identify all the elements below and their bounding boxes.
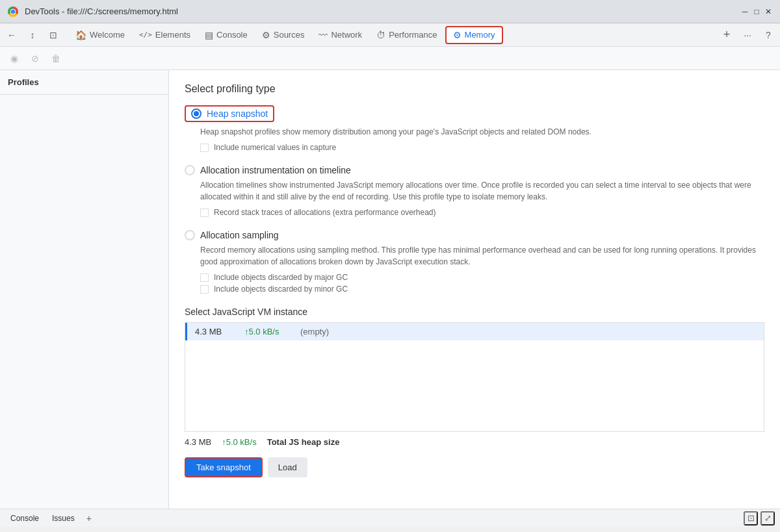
bottom-tab-issues[interactable]: Issues [47, 513, 80, 524]
tab-network[interactable]: 〰 Network [312, 26, 369, 44]
tab-elements[interactable]: </> Elements [133, 26, 197, 44]
footer-rate: ↑5.0 kB/s [222, 437, 256, 447]
title-bar-controls: ─ □ ✕ [741, 8, 772, 16]
add-tab-button[interactable]: + [718, 26, 736, 44]
tab-welcome-label: Welcome [90, 30, 125, 40]
panel-toggle-button[interactable]: ⊡ [44, 26, 62, 44]
allocation-timeline-option: Allocation instrumentation on timeline A… [185, 165, 764, 217]
include-major-gc-row: Include objects discarded by major GC [200, 273, 764, 282]
record-stack-traces-checkbox[interactable] [200, 209, 209, 217]
bottom-right: ⊡ ⤢ [744, 511, 775, 526]
footer-stats: 4.3 MB ↑5.0 kB/s Total JS heap size [185, 432, 764, 452]
heap-snapshot-box: Heap snapshot [185, 105, 274, 122]
tab-welcome[interactable]: 🏠 Welcome [69, 26, 131, 44]
title-bar: DevTools - file:///C:/screens/memory.htm… [0, 0, 780, 23]
vm-section: Select JavaScript VM instance 4.3 MB ↑5.… [185, 307, 764, 432]
elements-icon: </> [139, 31, 152, 39]
heap-snapshot-option: Heap snapshot Heap snapshot profiles sho… [185, 105, 764, 152]
tab-network-label: Network [331, 30, 362, 40]
include-major-gc-label: Include objects discarded by major GC [214, 273, 348, 282]
allocation-sampling-label: Allocation sampling [200, 230, 279, 240]
include-minor-gc-row: Include objects discarded by minor GC [200, 285, 764, 294]
tab-bar-right: + ··· ? [718, 26, 777, 44]
forward-button[interactable]: ↕ [23, 26, 42, 44]
close-button[interactable]: ✕ [764, 8, 772, 16]
tab-performance[interactable]: ⏱ Performance [370, 26, 443, 44]
vm-empty-area [185, 340, 764, 431]
heap-snapshot-radio[interactable] [191, 108, 202, 119]
title-bar-title: DevTools - file:///C:/screens/memory.htm… [25, 6, 734, 16]
tab-memory[interactable]: ⚙ Memory [445, 26, 503, 44]
vm-label: (empty) [300, 327, 329, 336]
sidebar: Profiles [0, 70, 169, 509]
main-layout: Profiles Select profiling type Heap snap… [0, 70, 780, 509]
allocation-timeline-row: Allocation instrumentation on timeline [185, 165, 764, 175]
allocation-sampling-radio[interactable] [185, 230, 195, 240]
maximize-button[interactable]: □ [753, 8, 760, 16]
record-button[interactable]: ◉ [5, 49, 23, 68]
allocation-sampling-option: Allocation sampling Record memory alloca… [185, 230, 764, 294]
tab-memory-label: Memory [465, 30, 495, 40]
more-tabs-button[interactable]: ··· [738, 26, 757, 44]
footer-label: Total JS heap size [267, 437, 340, 447]
load-button[interactable]: Load [268, 457, 307, 477]
toolbar: ◉ ⊘ 🗑 [0, 47, 780, 70]
performance-icon: ⏱ [376, 30, 385, 40]
vm-row[interactable]: 4.3 MB ↑5.0 kB/s (empty) [185, 323, 764, 340]
tab-sources[interactable]: ⚙ Sources [255, 26, 311, 44]
record-stack-traces-row: Record stack traces of allocations (extr… [200, 208, 764, 217]
tab-sources-label: Sources [274, 30, 305, 40]
tab-console-label: Console [216, 30, 248, 40]
include-minor-gc-checkbox[interactable] [200, 285, 209, 294]
tab-elements-label: Elements [155, 30, 190, 40]
home-icon: 🏠 [75, 30, 86, 40]
network-icon: 〰 [318, 30, 328, 40]
sources-icon: ⚙ [262, 30, 270, 40]
section-title: Select profiling type [185, 83, 764, 95]
stop-button[interactable]: ⊘ [26, 49, 44, 68]
devtools-icon [8, 6, 18, 17]
console-icon: ▤ [205, 30, 213, 40]
footer-memory: 4.3 MB [185, 437, 211, 447]
expand-button[interactable]: ⤢ [760, 511, 775, 526]
include-minor-gc-label: Include objects discarded by minor GC [214, 285, 348, 294]
tab-bar: ← ↕ ⊡ 🏠 Welcome </> Elements ▤ Console ⚙… [0, 23, 780, 47]
tab-console[interactable]: ▤ Console [198, 26, 254, 44]
undock-button[interactable]: ⊡ [744, 511, 758, 526]
add-bottom-tab-button[interactable]: + [83, 512, 96, 525]
bottom-bar: Console Issues + ⊡ ⤢ [0, 509, 780, 527]
allocation-sampling-row: Allocation sampling [185, 230, 764, 240]
include-numerical-checkbox[interactable] [200, 144, 209, 152]
tab-bar-left: ← ↕ ⊡ [3, 26, 62, 44]
help-button[interactable]: ? [759, 26, 777, 44]
tab-performance-label: Performance [389, 30, 437, 40]
allocation-timeline-label: Allocation instrumentation on timeline [200, 165, 351, 175]
include-numerical-row: Include numerical values in capture [200, 143, 764, 152]
allocation-timeline-radio[interactable] [185, 165, 195, 175]
vm-memory: 4.3 MB [195, 327, 234, 336]
allocation-sampling-desc: Record memory allocations using sampling… [200, 244, 764, 268]
record-stack-traces-label: Record stack traces of allocations (extr… [214, 208, 436, 217]
include-numerical-label: Include numerical values in capture [214, 143, 336, 152]
take-snapshot-button[interactable]: Take snapshot [185, 457, 263, 477]
vm-table: 4.3 MB ↑5.0 kB/s (empty) [185, 322, 764, 432]
content-area: Select profiling type Heap snapshot Heap… [169, 70, 780, 509]
heap-snapshot-label: Heap snapshot [207, 108, 268, 119]
action-row: Take snapshot Load [185, 457, 764, 477]
bottom-tab-console[interactable]: Console [5, 513, 44, 524]
clear-button[interactable]: 🗑 [47, 49, 65, 68]
vm-rate: ↑5.0 kB/s [244, 327, 290, 336]
minimize-button[interactable]: ─ [741, 8, 749, 16]
vm-section-title: Select JavaScript VM instance [185, 307, 764, 317]
sidebar-header: Profiles [0, 70, 168, 95]
memory-icon: ⚙ [453, 30, 462, 40]
heap-snapshot-desc: Heap snapshot profiles show memory distr… [200, 126, 764, 138]
back-button[interactable]: ← [3, 26, 21, 44]
allocation-timeline-desc: Allocation timelines show instrumented J… [200, 179, 764, 203]
include-major-gc-checkbox[interactable] [200, 273, 209, 282]
